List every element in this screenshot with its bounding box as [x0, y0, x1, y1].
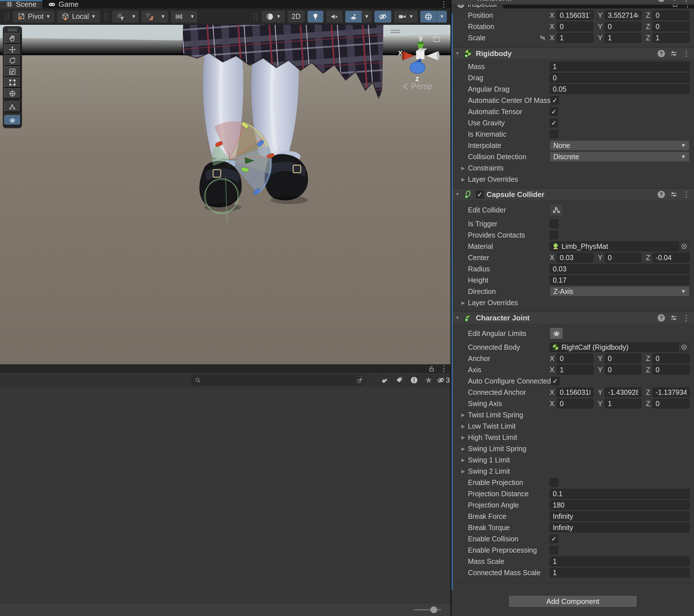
interpolate-dropdown[interactable]: None▼	[550, 140, 690, 150]
measure-tool-button[interactable]	[170, 11, 187, 23]
open-in-window-icon[interactable]	[356, 376, 364, 384]
rotation-x-input[interactable]	[557, 22, 593, 31]
camera-settings-button[interactable]: ▼	[394, 11, 418, 23]
audio-mute-button[interactable]	[326, 11, 343, 23]
scale-x-input[interactable]	[557, 33, 593, 42]
projection-distance-input[interactable]	[550, 489, 690, 499]
break-force-input[interactable]	[550, 511, 690, 521]
kebab-menu-icon[interactable]: ⋮	[682, 314, 690, 322]
lock-icon[interactable]	[428, 366, 435, 372]
2d-view-button[interactable]: 2D	[288, 11, 305, 23]
enable-projection-checkbox[interactable]	[550, 478, 558, 487]
measure-tool-dropdown[interactable]: ▼	[187, 11, 198, 23]
grid-snapping-button[interactable]: Y	[112, 11, 129, 23]
scale-tool[interactable]	[4, 66, 21, 77]
help-icon[interactable]: ?	[658, 191, 665, 198]
connected-body-object-field[interactable]: RightCalf (Rigidbody)	[550, 342, 690, 352]
favorites-star-icon[interactable]: ★	[421, 373, 436, 388]
tab-scene[interactable]: Scene	[0, 0, 42, 8]
scene-visibility-button[interactable]	[374, 11, 391, 23]
axis-y-label[interactable]: y	[418, 34, 422, 42]
component-header[interactable]: ▼ Rigidbody ? ⋮	[452, 47, 694, 60]
help-icon[interactable]: ?	[658, 314, 665, 321]
provides-contacts-checkbox[interactable]	[550, 231, 558, 239]
rotation-y-input[interactable]	[605, 22, 641, 31]
mass-scale-input[interactable]	[550, 557, 690, 566]
perspective-label[interactable]: Persp	[411, 82, 433, 91]
foldout-arrow-icon[interactable]: ▼	[454, 51, 461, 56]
break-torque-input[interactable]	[550, 523, 690, 532]
foldout-high-twist-limit[interactable]: ▶High Twist Limit	[452, 432, 694, 443]
search-field[interactable]	[191, 375, 366, 385]
connected-anchor-z-input[interactable]	[653, 388, 690, 397]
foldout-swing-2-limit[interactable]: ▶Swing 2 Limit	[452, 466, 694, 477]
mass-input[interactable]	[550, 62, 690, 71]
grid-snapping-dropdown[interactable]: ▼	[129, 11, 139, 23]
direction-dropdown[interactable]: Z-Axis▼	[550, 286, 690, 296]
foldout-twist-limit-spring[interactable]: ▶Twist Limit Spring	[452, 409, 694, 421]
foldout-swing-1-limit[interactable]: ▶Swing 1 Limit	[452, 454, 694, 466]
help-icon[interactable]: ?	[658, 0, 665, 2]
enable-collision-checkbox[interactable]: ✓	[550, 535, 558, 543]
scene-lighting-button[interactable]	[307, 11, 324, 23]
angular-drag-input[interactable]	[550, 84, 690, 94]
object-picker-icon[interactable]	[678, 242, 689, 251]
edit-angular-limits-button[interactable]	[550, 328, 563, 339]
gizmos-dropdown[interactable]: ▼	[437, 11, 447, 23]
toolbar-drag-handle[interactable]	[6, 13, 8, 21]
collision-detection-dropdown[interactable]: Discrete▼	[550, 152, 690, 162]
swing-axis-x-input[interactable]	[557, 399, 593, 408]
rotate-tool[interactable]	[4, 55, 21, 66]
effects-dropdown[interactable]: ▼	[362, 11, 372, 23]
foldout-layer-overrides[interactable]: ▶Layer Overrides	[452, 173, 694, 185]
preset-icon[interactable]	[670, 191, 677, 198]
position-x-input[interactable]	[557, 11, 593, 20]
drag-input[interactable]	[550, 73, 690, 82]
bottom-panel-content[interactable]	[0, 387, 451, 603]
is-trigger-checkbox[interactable]	[550, 220, 558, 228]
palette-drag-handle[interactable]	[4, 27, 21, 32]
preset-icon[interactable]	[670, 314, 677, 321]
tab-game[interactable]: Game	[42, 0, 84, 8]
gizmos-toggle-button[interactable]	[420, 11, 437, 23]
position-z-input[interactable]	[653, 11, 690, 20]
automatic-tensor-checkbox[interactable]: ✓	[550, 107, 558, 116]
transform-tool[interactable]	[4, 88, 21, 99]
snap-increment-button[interactable]	[141, 11, 158, 23]
anchor-z-input[interactable]	[653, 354, 690, 363]
is-kinematic-checkbox[interactable]	[550, 130, 558, 138]
connected-anchor-x-input[interactable]	[557, 388, 593, 397]
center-x-input[interactable]	[557, 253, 593, 262]
swing-axis-z-input[interactable]	[653, 399, 690, 408]
toolbar-drag-handle[interactable]	[254, 13, 257, 21]
foldout-swing-limit-spring[interactable]: ▶Swing Limit Spring	[452, 443, 694, 454]
slider-knob[interactable]	[431, 606, 437, 613]
axis-y-input[interactable]	[605, 365, 641, 374]
radius-input[interactable]	[550, 264, 690, 274]
scale-z-input[interactable]	[653, 33, 690, 42]
foldout-constraints[interactable]: ▶Constraints	[452, 162, 694, 173]
automatic-center-of-mass-checkbox[interactable]: ✓	[550, 96, 559, 105]
effects-toggle-button[interactable]	[345, 11, 362, 23]
connected-mass-scale-input[interactable]	[550, 568, 690, 577]
foldout-arrow-icon[interactable]: ▼	[454, 315, 461, 320]
scale-y-input[interactable]	[605, 33, 641, 42]
swing-axis-y-input[interactable]	[605, 399, 641, 408]
anchor-y-input[interactable]	[605, 354, 641, 363]
component-header[interactable]: ▼ Character Joint ? ⋮	[452, 312, 694, 324]
foldout-low-twist-limit[interactable]: ▶Low Twist Limit	[452, 421, 694, 432]
axis-z-input[interactable]	[653, 365, 690, 374]
anchor-x-input[interactable]	[557, 354, 593, 363]
enable-preprocessing-checkbox[interactable]	[550, 546, 558, 554]
height-input[interactable]	[550, 275, 690, 285]
console-warning-icon[interactable]	[406, 373, 421, 388]
rotation-z-input[interactable]	[653, 22, 690, 31]
projection-angle-input[interactable]	[550, 500, 690, 510]
panel-menu-icon[interactable]: ⋮	[440, 365, 448, 373]
preset-icon[interactable]	[670, 0, 677, 2]
kebab-menu-icon[interactable]: ⋮	[682, 191, 690, 199]
icon-size-slider[interactable]	[414, 609, 441, 610]
edit-collider-tool[interactable]	[4, 101, 21, 112]
center-y-input[interactable]	[605, 253, 641, 262]
material-object-field[interactable]: Limb_PhysMat	[550, 242, 690, 251]
